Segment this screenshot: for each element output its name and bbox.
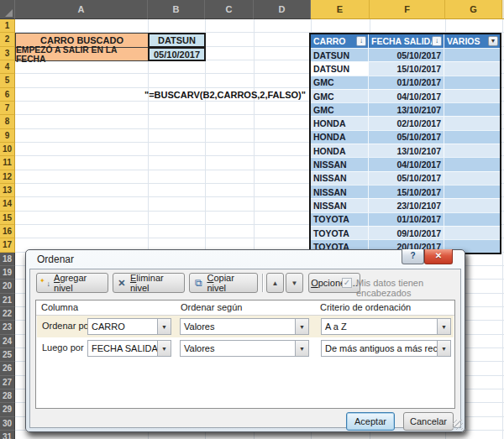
row-header-3[interactable]: 3 bbox=[0, 47, 15, 60]
move-level-down-button[interactable]: ▼ bbox=[286, 273, 303, 293]
cell-fecha-value[interactable]: 05/10/2017 bbox=[148, 47, 206, 61]
carro-sort-filter-icon[interactable]: ↓ bbox=[356, 36, 366, 46]
chevron-down-icon[interactable]: ▼ bbox=[437, 341, 450, 356]
cell-carro[interactable]: GMC bbox=[311, 90, 369, 102]
row-header-31[interactable]: 31 bbox=[0, 431, 15, 439]
chevron-down-icon[interactable]: ▼ bbox=[295, 319, 308, 334]
resize-grip[interactable] bbox=[453, 420, 463, 430]
close-button[interactable]: ✕ bbox=[424, 249, 453, 264]
cell-carro[interactable]: HONDA bbox=[311, 144, 369, 157]
cell-varios[interactable] bbox=[444, 90, 500, 102]
move-level-up-button[interactable]: ▲ bbox=[266, 273, 284, 293]
cell-fecha-salida[interactable]: 01/10/2017 bbox=[369, 213, 444, 226]
headers-checkbox[interactable]: ✓ bbox=[342, 278, 352, 288]
chevron-down-icon[interactable]: ▼ bbox=[437, 319, 450, 334]
cell-varios[interactable] bbox=[444, 144, 500, 157]
level-1-column-select[interactable]: CARRO▼ bbox=[87, 318, 171, 335]
cell-fecha-salida[interactable]: 23/10/2107 bbox=[369, 199, 444, 212]
row-header-24[interactable]: 24 bbox=[0, 335, 15, 348]
column-header-D[interactable]: D bbox=[254, 0, 311, 19]
cell-varios[interactable] bbox=[444, 49, 500, 61]
cell-varios[interactable] bbox=[444, 62, 500, 75]
row-header-17[interactable]: 17 bbox=[0, 238, 15, 252]
cell-varios[interactable] bbox=[444, 227, 500, 239]
row-header-12[interactable]: 12 bbox=[0, 170, 15, 184]
cell-varios[interactable] bbox=[444, 117, 500, 129]
cell-varios[interactable] bbox=[444, 172, 500, 185]
cell-carro[interactable]: TOYOTA bbox=[311, 213, 369, 226]
cell-carro[interactable]: HONDA bbox=[311, 117, 369, 129]
level-1-sort-on-select[interactable]: Valores▼ bbox=[180, 318, 309, 335]
aceptar-button[interactable]: Aceptar bbox=[346, 412, 395, 431]
row-header-30[interactable]: 30 bbox=[0, 417, 15, 431]
row-header-5[interactable]: 5 bbox=[0, 74, 15, 87]
row-header-27[interactable]: 27 bbox=[0, 376, 15, 389]
cell-varios[interactable] bbox=[444, 131, 500, 144]
row-header-20[interactable]: 20 bbox=[0, 280, 15, 293]
opciones-button[interactable]: Opciones... bbox=[308, 273, 360, 293]
cell-carro[interactable]: TOYOTA bbox=[311, 227, 369, 239]
row-header-8[interactable]: 8 bbox=[0, 115, 15, 128]
row-header-11[interactable]: 11 bbox=[0, 156, 15, 170]
row-header-16[interactable]: 16 bbox=[0, 225, 15, 238]
cell-fecha-salida[interactable]: 04/10/2017 bbox=[369, 90, 444, 102]
cell-formula-text[interactable]: "=BUSCARV(B2,CARROS,2,FALSO)" bbox=[133, 87, 306, 102]
cell-fecha-salida[interactable]: 09/10/2017 bbox=[369, 227, 444, 239]
level-2-order-select[interactable]: De más antiguos a más recientes▼ bbox=[321, 340, 451, 357]
row-header-14[interactable]: 14 bbox=[0, 197, 15, 211]
column-header-carro[interactable]: CARRO ↓ bbox=[311, 34, 369, 48]
cell-fecha-salida[interactable]: 13/10/2107 bbox=[369, 103, 444, 116]
help-button[interactable]: ? bbox=[402, 249, 424, 264]
cell-carro[interactable]: NISSAN bbox=[311, 158, 369, 170]
eliminar-nivel-button[interactable]: ✕ Eliminar nivel bbox=[113, 273, 185, 293]
cell-fecha-salida[interactable]: 04/10/2017 bbox=[369, 158, 444, 170]
row-header-10[interactable]: 10 bbox=[0, 143, 15, 156]
cell-fecha-salida[interactable]: 01/10/2017 bbox=[369, 76, 444, 89]
row-header-13[interactable]: 13 bbox=[0, 184, 15, 197]
row-header-4[interactable]: 4 bbox=[0, 60, 15, 74]
cell-carro[interactable]: HONDA bbox=[311, 131, 369, 144]
cell-fecha-salida[interactable]: 05/10/2017 bbox=[369, 49, 444, 61]
row-header-9[interactable]: 9 bbox=[0, 129, 15, 143]
cell-varios[interactable] bbox=[444, 76, 500, 89]
level-1-order-select[interactable]: A a Z▼ bbox=[321, 318, 451, 335]
row-header-21[interactable]: 21 bbox=[0, 294, 15, 307]
cell-fecha-salida[interactable]: 02/10/2017 bbox=[369, 117, 444, 129]
row-header-23[interactable]: 23 bbox=[0, 321, 15, 334]
agregar-nivel-button[interactable]: ✦↓ Agregar nivel bbox=[36, 273, 108, 293]
cell-carro[interactable]: GMC bbox=[311, 76, 369, 89]
row-header-15[interactable]: 15 bbox=[0, 212, 15, 225]
column-header-fecha-salida[interactable]: FECHA SALIDA ↓ bbox=[369, 34, 444, 48]
row-header-2[interactable]: 2 bbox=[0, 33, 15, 46]
cell-carro[interactable]: GMC bbox=[311, 103, 369, 116]
level-2-sort-on-select[interactable]: Valores▼ bbox=[180, 340, 309, 357]
copiar-nivel-button[interactable]: ⧉ Copiar nivel bbox=[189, 273, 258, 293]
cell-carro[interactable]: NISSAN bbox=[311, 186, 369, 198]
chevron-down-icon[interactable]: ▼ bbox=[157, 319, 171, 334]
cell-carro[interactable]: NISSAN bbox=[311, 199, 369, 212]
column-header-E[interactable]: E bbox=[311, 0, 370, 19]
row-header-18[interactable]: 18 bbox=[0, 253, 15, 266]
cell-varios[interactable] bbox=[444, 213, 500, 226]
column-header-G[interactable]: G bbox=[445, 0, 502, 19]
column-header-A[interactable]: A bbox=[15, 0, 148, 19]
cell-fecha-label[interactable]: EMPEZÓ A SALIR EN LA FECHA bbox=[15, 47, 149, 61]
chevron-down-icon[interactable]: ▼ bbox=[157, 341, 171, 356]
chevron-down-icon[interactable]: ▼ bbox=[295, 341, 308, 356]
column-header-varios[interactable]: VARIOS ▼ bbox=[444, 34, 500, 48]
cell-varios[interactable] bbox=[444, 199, 500, 212]
row-header-22[interactable]: 22 bbox=[0, 307, 15, 321]
cell-fecha-salida[interactable]: 15/10/2017 bbox=[369, 186, 444, 198]
select-all-corner[interactable] bbox=[0, 0, 15, 19]
cell-fecha-salida[interactable]: 13/10/2107 bbox=[369, 144, 444, 157]
cell-carro[interactable]: DATSUN bbox=[311, 62, 369, 75]
cell-varios[interactable] bbox=[444, 158, 500, 170]
row-header-19[interactable]: 19 bbox=[0, 266, 15, 280]
cell-fecha-salida[interactable]: 15/10/2017 bbox=[369, 62, 444, 75]
cell-fecha-salida[interactable]: 05/10/2017 bbox=[369, 131, 444, 144]
cell-carro[interactable]: DATSUN bbox=[311, 49, 369, 61]
cell-varios[interactable] bbox=[444, 103, 500, 116]
cell-fecha-salida[interactable]: 05/10/2017 bbox=[369, 172, 444, 185]
column-header-B[interactable]: B bbox=[148, 0, 205, 19]
varios-dropdown-icon[interactable]: ▼ bbox=[488, 36, 498, 46]
